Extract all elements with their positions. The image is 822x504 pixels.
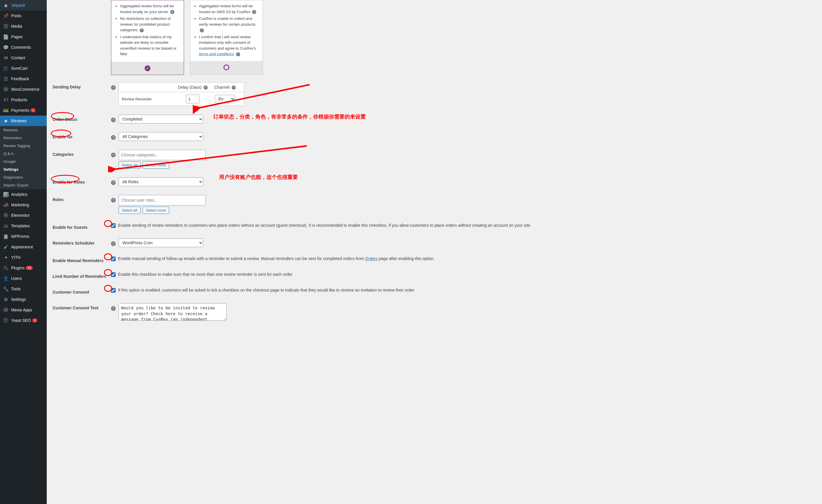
- orders-link[interactable]: Orders: [365, 256, 378, 261]
- badge: 15: [26, 266, 33, 270]
- sidebar-item[interactable]: ✉Contact: [0, 53, 47, 63]
- sidebar-item-label: Comments: [11, 45, 31, 50]
- card-bullet: No restrictions on collection of reviews…: [120, 16, 180, 33]
- sidebar-item-label: Media: [11, 24, 22, 29]
- customer-consent-label: Customer Consent: [53, 287, 111, 294]
- sidebar-item[interactable]: ✦YITH: [0, 252, 47, 263]
- enable-for-roles-select[interactable]: All Roles: [119, 177, 203, 186]
- order-status-select[interactable]: Completed: [119, 115, 203, 123]
- sidebar-item-label: Marketing: [11, 203, 29, 207]
- radio-selected-icon: [144, 65, 150, 71]
- sidebar-item-label: Users: [11, 276, 22, 281]
- contact-icon: ✉: [3, 55, 9, 61]
- sidebar-sub-item[interactable]: Google: [0, 158, 47, 165]
- help-icon[interactable]: ?: [200, 28, 204, 32]
- sidebar-sub-item[interactable]: Settings: [0, 165, 47, 173]
- sidebar-item[interactable]: ☰Feedback: [0, 74, 47, 84]
- sidebar-item[interactable]: 🎬Media: [0, 21, 47, 32]
- sidebar-item-label: Products: [11, 97, 27, 102]
- terms-link[interactable]: terms and conditions: [199, 52, 234, 56]
- sidebar-item-label: SureCart: [11, 66, 27, 71]
- help-icon[interactable]: ?: [170, 10, 174, 14]
- consent-checkbox[interactable]: [111, 288, 116, 293]
- woo-icon: ⓦ: [3, 86, 9, 92]
- roles-label: Roles: [53, 195, 111, 202]
- payments-icon: 💳: [3, 107, 9, 113]
- sidebar-item[interactable]: 📌Posts: [0, 11, 47, 21]
- limit-description: Enable this checkbox to make sure that n…: [118, 272, 293, 278]
- categories-input[interactable]: [119, 150, 206, 160]
- sidebar-item-label: WPForms: [11, 234, 29, 239]
- manual-description: Enable manual sending of follow-up email…: [118, 256, 435, 262]
- sidebar-item[interactable]: ★Reviews: [0, 116, 47, 126]
- sidebar-item[interactable]: 🛒SureCart: [0, 63, 47, 74]
- consent-text-label: Customer Consent Text: [53, 303, 111, 310]
- help-icon[interactable]: ?: [111, 85, 116, 90]
- help-icon[interactable]: ?: [232, 86, 236, 90]
- sidebar-item[interactable]: ⓂMeow Apps: [0, 305, 47, 315]
- wpforms-icon: 📋: [3, 233, 9, 239]
- guests-checkbox[interactable]: [111, 223, 116, 228]
- sidebar-item[interactable]: ⓔElementor: [0, 210, 47, 221]
- help-icon[interactable]: ?: [111, 180, 116, 185]
- select-all-button[interactable]: Select all: [119, 161, 140, 169]
- sidebar-item[interactable]: ⓦWooCommerce: [0, 84, 47, 95]
- select-none-button[interactable]: Select none: [142, 161, 169, 169]
- roles-input[interactable]: [119, 195, 206, 205]
- categories-label: Categories: [53, 150, 111, 157]
- sidebar-item[interactable]: 👤Users: [0, 273, 47, 284]
- sidebar-item-label: Appearance: [11, 245, 33, 249]
- scheduler-select[interactable]: WordPress Cron: [119, 238, 203, 247]
- help-icon[interactable]: ?: [111, 306, 116, 311]
- sidebar-item[interactable]: 📄Pages: [0, 32, 47, 42]
- sidebar-sub-item[interactable]: Diagnostics: [0, 173, 47, 181]
- sidebar-item-label: Templates: [11, 224, 30, 228]
- sidebar-item[interactable]: 📣Marketing: [0, 200, 47, 210]
- card-bullet: Aggregated review forms will be hosted l…: [120, 3, 180, 15]
- sidebar-item[interactable]: 💬Comments: [0, 42, 47, 53]
- help-icon[interactable]: ?: [111, 118, 116, 122]
- consent-textarea[interactable]: [119, 303, 227, 321]
- sidebar-item[interactable]: 🗂Templates: [0, 221, 47, 231]
- sidebar-item[interactable]: 📊Analytics: [0, 189, 47, 200]
- sidebar-item[interactable]: ⚙Settings: [0, 294, 47, 305]
- help-icon[interactable]: ?: [111, 198, 116, 203]
- sidebar-item-label: Elementor: [11, 213, 30, 218]
- sidebar-item-label: Feedback: [11, 76, 29, 81]
- sidebar-sub-item[interactable]: Q & A: [0, 150, 47, 158]
- limit-checkbox[interactable]: [111, 272, 116, 277]
- help-icon[interactable]: ?: [140, 28, 144, 32]
- help-icon[interactable]: ?: [111, 241, 116, 246]
- sidebar-sub-item[interactable]: Reminders: [0, 134, 47, 142]
- help-icon[interactable]: ?: [111, 153, 116, 157]
- help-icon[interactable]: ?: [203, 86, 208, 90]
- help-icon[interactable]: ?: [111, 135, 116, 140]
- manual-checkbox[interactable]: [111, 257, 116, 261]
- sidebar-item-label: Plugins: [11, 266, 25, 270]
- help-icon[interactable]: ?: [252, 10, 256, 14]
- select-none-button[interactable]: Select none: [142, 207, 169, 214]
- help-icon[interactable]: ?: [236, 52, 240, 56]
- radio-unselected-icon: [224, 64, 229, 70]
- sidebar-sub-item[interactable]: Reviews: [0, 126, 47, 134]
- sidebar-sub-item[interactable]: Import / Export: [0, 181, 47, 189]
- sidebar-item[interactable]: 🖌Appearance: [0, 242, 47, 252]
- settings-icon: ⚙: [3, 297, 9, 302]
- delay-days-input[interactable]: [186, 95, 200, 103]
- sidebar-item[interactable]: 💳Payments1: [0, 105, 47, 116]
- channel-select[interactable]: Email: [215, 95, 235, 103]
- sidebar-item[interactable]: 🔧Tools: [0, 284, 47, 294]
- enable-for-select[interactable]: All Categories: [119, 132, 203, 141]
- sidebar-item[interactable]: 🔌Plugins15: [0, 263, 47, 273]
- sidebar-item[interactable]: ⓎYoast SEO2: [0, 315, 47, 326]
- elementor-icon: ⓔ: [3, 212, 9, 218]
- select-all-button[interactable]: Select all: [119, 207, 140, 214]
- option-card-cusrev[interactable]: Aggregated review forms will be hosted o…: [190, 0, 263, 75]
- sidebar-item[interactable]: 🏷Products: [0, 95, 47, 105]
- sidebar-item[interactable]: 📋WPForms: [0, 231, 47, 242]
- users-icon: 👤: [3, 275, 9, 281]
- option-card-local[interactable]: Aggregated review forms will be hosted l…: [111, 0, 184, 75]
- sidebar-item[interactable]: ◆Jetpack: [0, 0, 47, 11]
- sidebar-sub-item[interactable]: Review Tagging: [0, 142, 47, 150]
- delay-days-header: Delay (Days): [178, 85, 201, 90]
